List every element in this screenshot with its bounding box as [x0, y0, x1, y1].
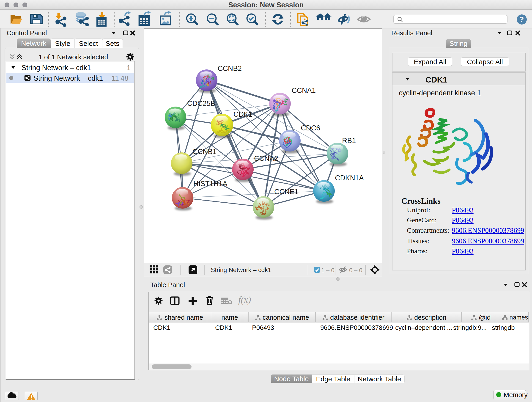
svg-text:CDKN1A: CDKN1A: [335, 174, 364, 182]
svg-text:CCNB1: CCNB1: [192, 148, 216, 156]
svg-text:RB1: RB1: [342, 137, 356, 145]
svg-text:CDC25B: CDC25B: [187, 99, 215, 108]
svg-text:CCNA2: CCNA2: [254, 154, 278, 162]
svg-text:CCNE1: CCNE1: [274, 188, 298, 196]
svg-text:CCNB2: CCNB2: [218, 64, 242, 72]
svg-text:HIST1H1A: HIST1H1A: [193, 180, 227, 188]
svg-text:CDC6: CDC6: [301, 124, 320, 132]
svg-text:CDK1: CDK1: [234, 110, 253, 118]
svg-text:CCNA1: CCNA1: [292, 86, 316, 95]
